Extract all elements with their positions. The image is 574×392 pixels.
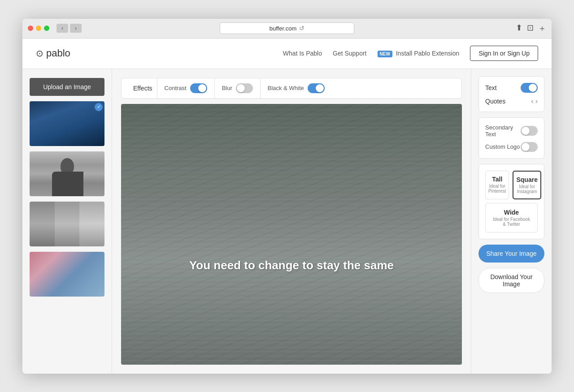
fullscreen-button[interactable] [44, 26, 49, 31]
image-canvas[interactable]: You need to change to stay the same [121, 104, 462, 365]
browser-nav: ‹ › [57, 24, 82, 33]
wide-sub: Ideal for Facebook & Twitter [491, 217, 532, 227]
secondary-text-label: Secondary Text [485, 124, 521, 138]
download-button[interactable]: Download Your Image [478, 268, 544, 293]
effects-bar: Effects Contrast Blur Black & White [121, 78, 462, 99]
tall-label: Tall [488, 176, 506, 183]
thumbnail-ocean[interactable] [30, 101, 104, 146]
canvas-quote[interactable]: You need to change to stay the same [155, 258, 428, 273]
address-bar[interactable]: buffer.com ↺ [220, 22, 354, 34]
logo-text: pablo [46, 47, 70, 59]
square-sub: Ideal for Instagram [516, 184, 537, 194]
wide-label: Wide [491, 209, 532, 216]
app-window: ‹ › buffer.com ↺ ⬆ ⊡ ＋ ⊙ pablo What Is P… [22, 19, 552, 374]
contrast-toggle[interactable] [190, 83, 207, 93]
layout-square[interactable]: Square Ideal for Instagram [513, 171, 541, 199]
url-text: buffer.com [270, 25, 296, 32]
text-row: Text [485, 83, 538, 93]
secondary-text-toggle[interactable] [521, 126, 538, 136]
traffic-lights [28, 26, 49, 31]
nav-what-is-pablo[interactable]: What Is Pablo [283, 50, 322, 57]
quotes-label: Quotes [485, 98, 505, 105]
quotes-nav: ‹ › [531, 97, 538, 105]
quotes-next[interactable]: › [535, 97, 538, 105]
custom-logo-toggle[interactable] [521, 142, 538, 152]
secondary-text-row: Secondary Text [485, 124, 538, 138]
close-button[interactable] [28, 26, 33, 31]
secondary-text-card: Secondary Text Custom Logo [478, 117, 544, 159]
custom-logo-label: Custom Logo [485, 143, 521, 150]
thumbnail-mlk[interactable] [30, 151, 104, 196]
bw-label: Black & White [268, 85, 304, 91]
quotes-row: Quotes ‹ › [485, 97, 538, 105]
quotes-prev[interactable]: ‹ [531, 97, 533, 105]
toolbar-right: ⬆ ⊡ ＋ [516, 23, 546, 34]
left-sidebar: Upload an Image [22, 69, 112, 374]
thumbnail-memorial[interactable] [30, 252, 104, 297]
nav-get-support[interactable]: Get Support [333, 50, 367, 57]
share-button[interactable]: Share Your Image [478, 245, 544, 263]
logo-icon: ⊙ [36, 48, 43, 59]
right-panel: Text Quotes ‹ › Secondary Text [471, 69, 552, 374]
canvas-area: Effects Contrast Blur Black & White [112, 69, 471, 374]
reload-icon[interactable]: ↺ [299, 25, 304, 32]
layout-grid: Tall Ideal for Pinterest Square Ideal fo… [485, 171, 538, 199]
sidepanel-icon[interactable]: ⊡ [527, 23, 534, 34]
back-button[interactable]: ‹ [57, 24, 68, 33]
nav-install-extension[interactable]: NEW Install Pablo Extension [378, 50, 460, 57]
bw-toggle[interactable] [308, 83, 325, 93]
upload-button[interactable]: Upload an Image [30, 78, 104, 96]
bw-control: Black & White [261, 78, 332, 98]
new-badge: NEW [378, 51, 392, 57]
minimize-button[interactable] [36, 26, 41, 31]
contrast-label: Contrast [165, 85, 187, 91]
text-quotes-card: Text Quotes ‹ › [478, 76, 544, 112]
share-icon[interactable]: ⬆ [516, 23, 522, 34]
layout-tall[interactable]: Tall Ideal for Pinterest [485, 171, 509, 199]
text-toggle[interactable] [521, 83, 538, 93]
logo: ⊙ pablo [36, 47, 70, 59]
header-nav: What Is Pablo Get Support NEW Install Pa… [283, 46, 538, 61]
newtab-icon[interactable]: ＋ [538, 23, 546, 34]
app-header: ⊙ pablo What Is Pablo Get Support NEW In… [22, 39, 552, 69]
sign-in-button[interactable]: Sign In or Sign Up [470, 46, 538, 61]
blur-label: Blur [222, 85, 232, 91]
content-area: Upload an Image [22, 69, 552, 374]
blur-toggle[interactable] [236, 83, 253, 93]
nav-install-label: Install Pablo Extension [396, 50, 460, 57]
forward-button[interactable]: › [70, 24, 82, 33]
square-label: Square [516, 176, 537, 183]
text-label: Text [485, 84, 497, 91]
effects-tab[interactable]: Effects [129, 78, 157, 98]
blur-control: Blur [215, 78, 261, 98]
custom-logo-row: Custom Logo [485, 142, 538, 152]
contrast-control: Contrast [157, 78, 215, 98]
tall-sub: Ideal for Pinterest [488, 184, 506, 194]
layout-wide[interactable]: Wide Ideal for Facebook & Twitter [485, 203, 538, 233]
layout-card: Tall Ideal for Pinterest Square Ideal fo… [478, 164, 544, 239]
titlebar: ‹ › buffer.com ↺ ⬆ ⊡ ＋ [22, 19, 552, 39]
thumbnail-faces[interactable] [30, 202, 104, 246]
